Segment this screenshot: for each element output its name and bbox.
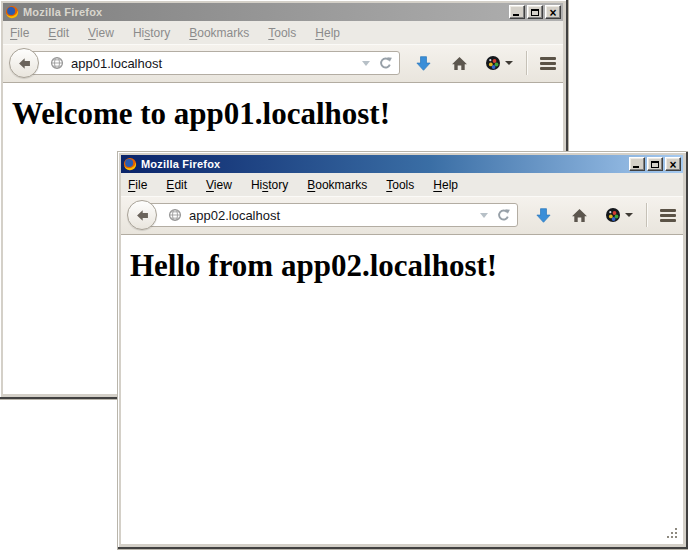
minimize-icon	[633, 166, 639, 168]
menu-bar: FileEditViewHistoryBookmarksToolsHelp	[121, 173, 683, 196]
titlebar[interactable]: Mozilla Firefox	[3, 3, 563, 21]
minimize-button[interactable]	[629, 157, 645, 171]
addon-button[interactable]	[605, 207, 633, 223]
caret-down-icon	[625, 213, 633, 217]
minimize-icon	[513, 14, 519, 16]
home-icon	[451, 55, 468, 72]
download-button[interactable]	[535, 207, 552, 224]
menu-bar: FileEditViewHistoryBookmarksToolsHelp	[3, 21, 563, 44]
page-heading: Hello from app02.localhost!	[130, 248, 683, 284]
home-button[interactable]	[571, 207, 588, 224]
menu-button[interactable]	[540, 57, 556, 70]
toolbar-separator	[526, 51, 527, 75]
firefox-logo-icon	[123, 157, 137, 171]
menu-edit[interactable]: Edit	[166, 178, 187, 192]
close-icon	[549, 3, 556, 21]
maximize-icon	[651, 161, 659, 168]
close-button[interactable]	[665, 157, 681, 171]
close-button[interactable]	[545, 5, 561, 19]
window-title: Mozilla Firefox	[141, 158, 220, 170]
titlebar[interactable]: Mozilla Firefox	[121, 155, 683, 173]
dropdown-arrow-icon[interactable]	[362, 61, 370, 66]
menu-help[interactable]: Help	[433, 178, 458, 192]
url-text: app02.localhost	[189, 208, 280, 223]
reload-icon[interactable]	[378, 56, 393, 71]
navigation-toolbar: app02.localhost	[121, 196, 683, 235]
hamburger-menu-icon	[660, 209, 676, 212]
colorful-addon-icon	[605, 207, 621, 223]
firefox-window-app02: Mozilla Firefox FileEditViewHistoryBookm…	[118, 152, 688, 549]
window-title: Mozilla Firefox	[23, 6, 102, 18]
back-arrow-icon	[135, 208, 150, 223]
close-icon	[669, 155, 676, 173]
url-text: app01.localhost	[71, 56, 162, 71]
home-button[interactable]	[451, 55, 468, 72]
globe-icon	[50, 56, 64, 70]
url-bar[interactable]: app02.localhost	[141, 203, 518, 227]
maximize-button[interactable]	[527, 5, 543, 19]
toolbar-separator	[646, 203, 647, 227]
url-bar[interactable]: app01.localhost	[23, 51, 400, 75]
menu-history[interactable]: History	[251, 178, 288, 192]
navigation-toolbar: app01.localhost	[3, 44, 563, 83]
dropdown-arrow-icon[interactable]	[480, 213, 488, 218]
back-button[interactable]	[127, 200, 157, 230]
menu-button[interactable]	[660, 209, 676, 222]
maximize-button[interactable]	[647, 157, 663, 171]
caret-down-icon	[505, 61, 513, 65]
download-button[interactable]	[415, 55, 432, 72]
back-arrow-icon	[17, 56, 32, 71]
menu-tools[interactable]: Tools	[268, 26, 296, 40]
globe-icon	[168, 208, 182, 222]
minimize-button[interactable]	[509, 5, 525, 19]
page-content: Hello from app02.localhost!	[121, 235, 683, 544]
desktop: { "windows": [ { "title": "Mozilla Firef…	[0, 0, 688, 551]
menu-view[interactable]: View	[206, 178, 232, 192]
page-heading: Welcome to app01.localhost!	[12, 96, 563, 132]
maximize-icon	[531, 9, 539, 16]
menu-bookmarks[interactable]: Bookmarks	[189, 26, 249, 40]
menu-edit[interactable]: Edit	[48, 26, 69, 40]
download-arrow-icon	[535, 207, 552, 224]
download-arrow-icon	[415, 55, 432, 72]
firefox-logo-icon	[5, 5, 19, 19]
addon-button[interactable]	[485, 55, 513, 71]
colorful-addon-icon	[485, 55, 501, 71]
menu-bookmarks[interactable]: Bookmarks	[307, 178, 367, 192]
menu-history[interactable]: History	[133, 26, 170, 40]
menu-file[interactable]: File	[10, 26, 29, 40]
menu-view[interactable]: View	[88, 26, 114, 40]
hamburger-menu-icon	[540, 57, 556, 60]
menu-tools[interactable]: Tools	[386, 178, 414, 192]
back-button[interactable]	[9, 48, 39, 78]
window-controls	[509, 5, 561, 19]
menu-help[interactable]: Help	[315, 26, 340, 40]
resize-grip-icon[interactable]	[666, 527, 679, 540]
menu-file[interactable]: File	[128, 178, 147, 192]
home-icon	[571, 207, 588, 224]
reload-icon[interactable]	[496, 208, 511, 223]
window-controls	[629, 157, 681, 171]
